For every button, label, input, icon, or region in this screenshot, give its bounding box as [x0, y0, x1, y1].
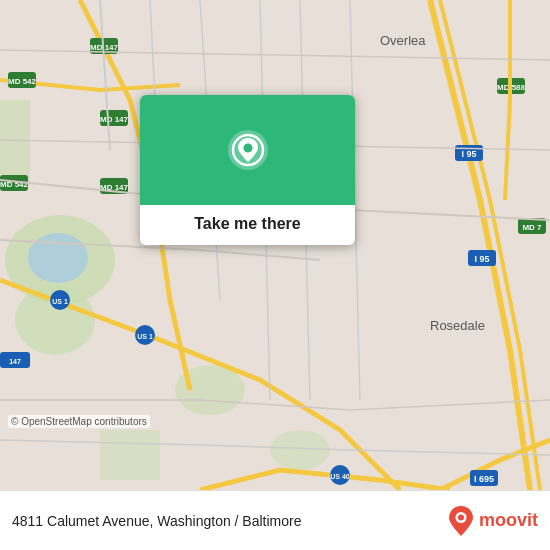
map-container: I 95 I 95 US 1 US 1 MD 147 MD 147 MD 147…	[0, 0, 550, 490]
svg-text:MD 147: MD 147	[100, 115, 129, 124]
svg-text:I 95: I 95	[474, 254, 489, 264]
svg-text:Rosedale: Rosedale	[430, 318, 485, 333]
svg-text:US 40: US 40	[330, 473, 350, 480]
svg-point-43	[458, 514, 464, 520]
tooltip-green-area	[140, 95, 355, 205]
svg-text:147: 147	[9, 358, 21, 365]
svg-point-7	[28, 233, 88, 283]
copyright-text: © OpenStreetMap contributors	[8, 415, 150, 428]
tooltip-card: Take me there	[140, 95, 355, 245]
svg-rect-5	[100, 430, 160, 480]
moovit-pin-icon	[447, 504, 475, 538]
svg-text:MD 7: MD 7	[522, 223, 542, 232]
moovit-wordmark: moovit	[479, 510, 538, 531]
svg-text:I 695: I 695	[474, 474, 494, 484]
bottom-bar: 4811 Calumet Avenue, Washington / Baltim…	[0, 490, 550, 550]
moovit-logo: moovit	[447, 504, 538, 538]
take-me-there-button[interactable]: Take me there	[194, 215, 300, 233]
svg-point-41	[243, 144, 252, 153]
svg-text:Overlea: Overlea	[380, 33, 426, 48]
tooltip-label-area: Take me there	[140, 205, 355, 245]
svg-text:I 95: I 95	[461, 149, 476, 159]
address-text: 4811 Calumet Avenue, Washington / Baltim…	[12, 513, 302, 529]
svg-point-6	[270, 430, 330, 470]
svg-text:MD 542: MD 542	[8, 77, 37, 86]
svg-text:US 1: US 1	[137, 333, 153, 340]
svg-text:US 1: US 1	[52, 298, 68, 305]
location-pin-icon	[226, 128, 270, 172]
